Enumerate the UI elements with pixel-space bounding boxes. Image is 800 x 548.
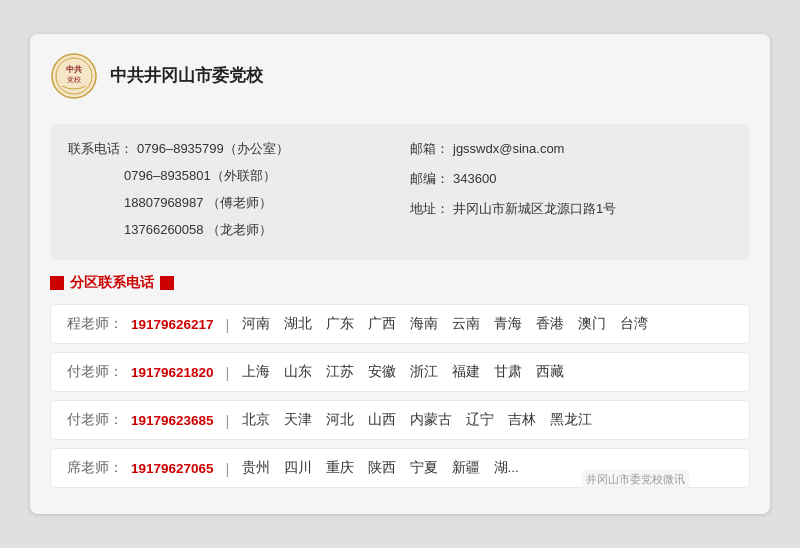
region-item: 山西	[368, 411, 396, 429]
region-item: 上海	[242, 363, 270, 381]
phone-row-2: 0796–8935801（外联部）	[68, 165, 390, 187]
region-item: 青海	[494, 315, 522, 333]
postcode-label: 邮编：	[410, 168, 449, 190]
postcode-row: 邮编： 343600	[410, 168, 732, 190]
region-item: 福建	[452, 363, 480, 381]
main-card: 中共 党校 中共井冈山市委党校 联系电话： 0796–8935799（办公室） …	[30, 34, 770, 514]
title-bar-right	[160, 276, 174, 290]
region-item: 海南	[410, 315, 438, 333]
title-bar-left	[50, 276, 64, 290]
region-item: 安徽	[368, 363, 396, 381]
teacher-name: 付老师：	[67, 363, 123, 381]
region-item: 新疆	[452, 459, 480, 477]
watermark: 井冈山市委党校微讯	[582, 470, 689, 489]
region-areas: 上海山东江苏安徽浙江福建甘肃西藏	[242, 363, 564, 381]
region-areas: 贵州四川重庆陕西宁夏新疆湖...	[242, 459, 519, 477]
region-item: 澳门	[578, 315, 606, 333]
region-item: 广东	[326, 315, 354, 333]
region-item: 黑龙江	[550, 411, 592, 429]
region-item: 辽宁	[466, 411, 494, 429]
postcode-value: 343600	[453, 168, 496, 190]
address-value: 井冈山市新城区龙源口路1号	[453, 198, 616, 220]
region-item: 广西	[368, 315, 396, 333]
section-title: 分区联系电话	[50, 274, 750, 292]
region-row: 付老师：19179621820|上海山东江苏安徽浙江福建甘肃西藏	[50, 352, 750, 392]
region-item: 四川	[284, 459, 312, 477]
header: 中共 党校 中共井冈山市委党校	[50, 52, 750, 110]
phone-value-4: 13766260058 （龙老师）	[124, 222, 272, 237]
address-label: 地址：	[410, 198, 449, 220]
email-row: 邮箱： jgsswdx@sina.com	[410, 138, 732, 160]
region-item: 甘肃	[494, 363, 522, 381]
divider: |	[226, 460, 230, 477]
region-item: 台湾	[620, 315, 648, 333]
phone-row-1: 联系电话： 0796–8935799（办公室）	[68, 138, 390, 160]
region-item: 湖...	[494, 459, 519, 477]
region-item: 天津	[284, 411, 312, 429]
region-item: 香港	[536, 315, 564, 333]
region-item: 河北	[326, 411, 354, 429]
teacher-phone: 19179621820	[131, 365, 214, 380]
region-row: 程老师：19179626217|河南湖北广东广西海南云南青海香港澳门台湾	[50, 304, 750, 344]
region-item: 吉林	[508, 411, 536, 429]
teacher-phone: 19179626217	[131, 317, 214, 332]
teacher-phone: 19179623685	[131, 413, 214, 428]
region-item: 陕西	[368, 459, 396, 477]
email-value: jgsswdx@sina.com	[453, 138, 564, 160]
region-item: 江苏	[326, 363, 354, 381]
region-item: 河南	[242, 315, 270, 333]
email-label: 邮箱：	[410, 138, 449, 160]
region-item: 浙江	[410, 363, 438, 381]
phone-row-3: 18807968987 （傅老师）	[68, 192, 390, 214]
region-item: 山东	[284, 363, 312, 381]
region-areas: 北京天津河北山西内蒙古辽宁吉林黑龙江	[242, 411, 592, 429]
region-item: 重庆	[326, 459, 354, 477]
divider: |	[226, 412, 230, 429]
contact-left: 联系电话： 0796–8935799（办公室） 0796–8935801（外联部…	[68, 138, 390, 246]
phone-label: 联系电话：	[68, 138, 133, 160]
divider: |	[226, 364, 230, 381]
school-name: 中共井冈山市委党校	[110, 64, 263, 87]
divider: |	[226, 316, 230, 333]
region-areas: 河南湖北广东广西海南云南青海香港澳门台湾	[242, 315, 648, 333]
region-item: 北京	[242, 411, 270, 429]
region-item: 云南	[452, 315, 480, 333]
address-row: 地址： 井冈山市新城区龙源口路1号	[410, 198, 732, 220]
contact-section: 联系电话： 0796–8935799（办公室） 0796–8935801（外联部…	[50, 124, 750, 260]
svg-text:中共: 中共	[66, 65, 82, 74]
contact-right: 邮箱： jgsswdx@sina.com 邮编： 343600 地址： 井冈山市…	[410, 138, 732, 246]
region-list: 程老师：19179626217|河南湖北广东广西海南云南青海香港澳门台湾付老师：…	[50, 304, 750, 488]
svg-text:党校: 党校	[67, 76, 81, 84]
phone-value-3: 18807968987 （傅老师）	[124, 195, 272, 210]
region-item: 湖北	[284, 315, 312, 333]
teacher-name: 席老师：	[67, 459, 123, 477]
region-item: 贵州	[242, 459, 270, 477]
teacher-name: 程老师：	[67, 315, 123, 333]
section-title-text: 分区联系电话	[70, 274, 154, 292]
region-row: 席老师：19179627065|贵州四川重庆陕西宁夏新疆湖...井冈山市委党校微…	[50, 448, 750, 488]
teacher-name: 付老师：	[67, 411, 123, 429]
teacher-phone: 19179627065	[131, 461, 214, 476]
region-item: 西藏	[536, 363, 564, 381]
region-item: 宁夏	[410, 459, 438, 477]
region-row: 付老师：19179623685|北京天津河北山西内蒙古辽宁吉林黑龙江	[50, 400, 750, 440]
phone-row-4: 13766260058 （龙老师）	[68, 219, 390, 241]
school-logo: 中共 党校	[50, 52, 98, 100]
phone-value-1: 0796–8935799（办公室）	[137, 138, 289, 160]
phone-value-2: 0796–8935801（外联部）	[124, 168, 276, 183]
region-item: 内蒙古	[410, 411, 452, 429]
